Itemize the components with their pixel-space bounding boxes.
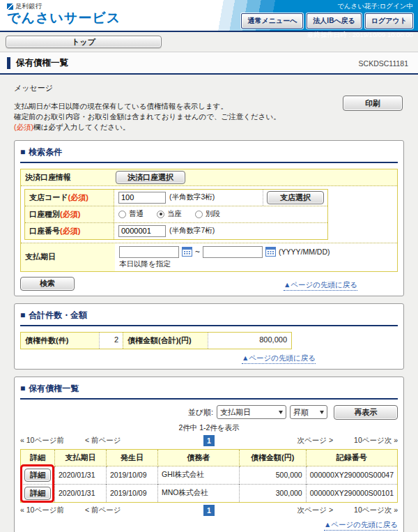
search-button[interactable]: 検索 — [20, 277, 75, 291]
sort-key-select[interactable]: 支払期日 — [217, 405, 286, 419]
print-button-top[interactable]: 印刷 — [343, 96, 403, 111]
next-10-pages-link[interactable]: 10ページ次 » — [354, 506, 398, 515]
login-status: でんさい花子:ログイン中 — [241, 2, 413, 11]
sort-direction-select[interactable]: 昇順 — [290, 405, 327, 419]
brand-logo: 足利銀行 でんさいサービス — [7, 2, 121, 26]
due-date-cell: 2020/01/31 — [55, 466, 107, 484]
detail-button-row-2[interactable]: 詳細 — [24, 487, 51, 500]
table-header-row: 詳細 支払期日 発生日 債務者 債権金額(円) 記録番号 — [21, 449, 398, 466]
due-date-to-input[interactable] — [203, 246, 263, 258]
screen-code: SCKDSC11181 — [359, 59, 408, 68]
service-name: でんさいサービス — [7, 11, 121, 26]
account-type-row: 口座種別(必須) 普通 当座 別段 — [25, 206, 327, 223]
record-no-cell: 000000XY290000S00047 — [306, 466, 397, 484]
prev-10-pages-link[interactable]: « 10ページ前 — [20, 506, 64, 515]
branch-code-label: 支店コード(必須) — [25, 190, 114, 206]
account-number-input[interactable] — [118, 225, 166, 237]
back-to-page-top-link-search[interactable]: ▲ページの先頭に戻る — [284, 280, 357, 291]
radio-current[interactable]: 当座 — [157, 209, 182, 219]
branch-required-mark: (必須) — [68, 192, 88, 203]
amount-cell: 300,000 — [239, 484, 306, 502]
account-number-label: 口座番号(必須) — [25, 223, 114, 239]
totals-panel: ■ 合計件数・金額 債権件数(件) 2 債権金額(合計)(円) 800,000 … — [14, 303, 404, 370]
search-section-title: 検索条件 — [29, 146, 62, 158]
account-number-row: 口座番号(必須) (半角数字7桁) — [25, 223, 327, 239]
occurrence-date-cell: 2019/10/09 — [107, 466, 158, 484]
search-section-header: ■ 検索条件 — [20, 146, 398, 158]
radio-ordinary[interactable]: 普通 — [118, 209, 144, 219]
account-number-required-mark: (必須) — [60, 226, 80, 236]
receivable-count-label: 債権件数(件) — [21, 333, 99, 349]
list-section-title: 保有債権一覧 — [29, 383, 79, 395]
chevron-down-icon — [279, 411, 283, 414]
radio-ordinary-icon[interactable] — [118, 211, 126, 218]
next-10-pages-link[interactable]: 10ページ次 » — [354, 436, 398, 446]
amount-cell: 500,000 — [239, 466, 306, 484]
account-type-required-mark: (必須) — [60, 209, 80, 220]
receivable-amount-label: 債権金額(合計)(円) — [123, 333, 208, 349]
chevron-down-icon — [320, 411, 324, 414]
due-date-cell: 2020/01/31 — [55, 484, 107, 502]
required-mark: (必須) — [14, 123, 33, 131]
section-divider — [20, 162, 398, 163]
branch-select-button[interactable]: 支店選択 — [267, 191, 324, 204]
debtor-cell: MNO株式会社 — [158, 484, 240, 502]
detail-button-row-1[interactable]: 詳細 — [24, 469, 51, 482]
radio-current-icon[interactable] — [157, 211, 164, 218]
message-line-3: (必須)欄は必ず入力してください。 — [14, 122, 404, 132]
prev-10-pages-link[interactable]: « 10ページ前 — [20, 436, 64, 446]
redisplay-button[interactable]: 再表示 — [334, 405, 398, 420]
radio-separate[interactable]: 別段 — [195, 209, 220, 219]
due-date-from-input[interactable] — [119, 246, 179, 258]
settlement-account-row: 決済口座情報 決済口座選択 — [21, 169, 397, 186]
next-page-link[interactable]: 次ページ > — [297, 506, 334, 515]
date-format-note: (YYYY/MM/DD) — [279, 248, 330, 256]
table-row: 詳細 2020/01/31 2019/10/09 MNO株式会社 300,000… — [21, 484, 398, 502]
occurrence-date-cell: 2019/10/09 — [107, 484, 158, 502]
prev-page-link[interactable]: < 前ページ — [85, 436, 121, 446]
due-date-label: 支払期日 — [21, 243, 115, 271]
record-no-cell: 000000XY290000S00101 — [306, 484, 397, 502]
prev-page-link[interactable]: < 前ページ — [85, 506, 121, 515]
branch-code-row: 支店コード(必須) (半角数字3桁) 支店選択 — [25, 190, 327, 206]
section-bullet-icon: ■ — [20, 310, 25, 320]
page-title: 保有債権一覧 — [7, 57, 68, 69]
back-to-page-top-link-totals[interactable]: ▲ページの先頭に戻る — [242, 354, 316, 364]
settlement-account-label: 決済口座情報 — [25, 172, 116, 183]
totals-section-title: 合計件数・金額 — [29, 310, 87, 321]
back-to-page-top-link-list[interactable]: ▲ページの先頭に戻る — [324, 520, 398, 531]
sort-order-label: 並び順: — [188, 407, 213, 418]
account-type-label: 口座種別(必須) — [25, 206, 114, 222]
held-receivables-panel: ■ 保有債権一覧 並び順: 支払期日 昇順 再表示 2件中 1-2件を表示 « … — [14, 377, 404, 532]
totals-section-header: ■ 合計件数・金額 — [20, 310, 398, 321]
debtor-cell: GHI株式会社 — [158, 466, 240, 484]
section-bullet-icon: ■ — [20, 147, 25, 157]
account-number-note: (半角数字7桁) — [169, 226, 215, 236]
logout-button[interactable]: ログアウト — [365, 13, 413, 29]
col-detail: 詳細 — [21, 449, 55, 466]
due-date-hint: 本日以降を指定 — [119, 259, 393, 269]
account-fields-group: 支店コード(必須) (半角数字3桁) 支店選択 口座種別(必須) — [24, 189, 328, 240]
receivable-count-value: 2 — [99, 333, 123, 349]
search-conditions-panel: ■ 検索条件 決済口座情報 決済口座選択 支店コード(必須) (半角数字3桁) — [14, 140, 404, 296]
settlement-account-select-button[interactable]: 決済口座選択 — [116, 171, 185, 184]
calendar-icon-from[interactable] — [182, 247, 192, 257]
branch-code-input[interactable] — [118, 192, 166, 204]
totals-row: 債権件数(件) 2 債権金額(合計)(円) 800,000 — [20, 332, 292, 349]
corporate-ib-back-button[interactable]: 法人IBへ戻る — [307, 13, 361, 29]
radio-separate-icon[interactable] — [195, 211, 203, 218]
nav-top-button[interactable]: トップ — [6, 36, 162, 48]
current-page-indicator: 1 — [203, 435, 215, 446]
message-line-2: 確定前のお取引内容・お取引金額は含まれておりませんので、ご注意ください。 — [14, 112, 404, 122]
receivables-table: 詳細 支払期日 発生日 債務者 債権金額(円) 記録番号 詳細 2020/01/… — [20, 449, 398, 503]
calendar-icon-to[interactable] — [265, 247, 276, 257]
last-operation-datetime: 最終操作日時 : 2019/10/09 10:00:00 — [241, 31, 413, 40]
next-page-link[interactable]: 次ページ > — [297, 436, 334, 446]
col-due-date: 支払期日 — [55, 449, 107, 466]
branch-code-note: (半角数字3桁) — [169, 192, 215, 202]
table-row: 詳細 2020/01/31 2019/10/09 GHI株式会社 500,000… — [21, 466, 398, 484]
normal-menu-button[interactable]: 通常メニューへ — [241, 13, 303, 29]
due-date-row: 支払期日 ~ (YYYY/MM/DD) 本日以降を指定 — [21, 243, 397, 271]
list-section-header: ■ 保有債権一覧 — [20, 383, 398, 395]
result-range-text: 2件中 1-2件を表示 — [20, 423, 398, 433]
